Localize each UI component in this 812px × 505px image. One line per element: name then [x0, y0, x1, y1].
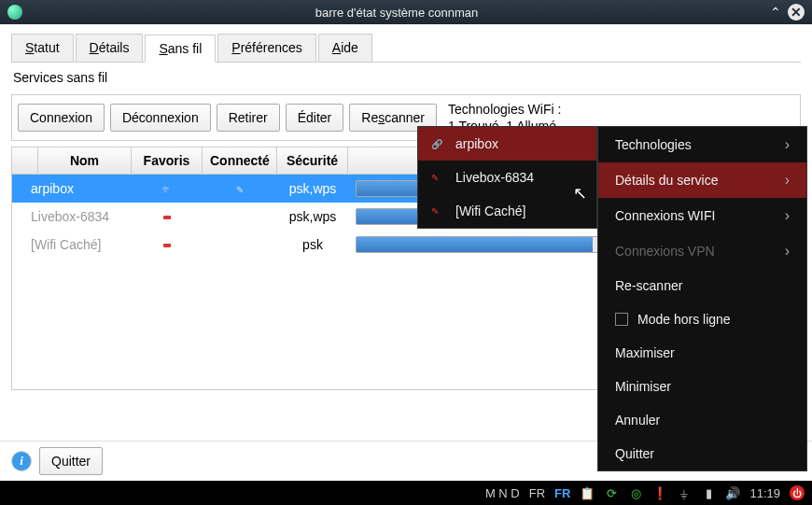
- shade-button[interactable]: ⌃: [767, 4, 784, 21]
- col-sec[interactable]: Sécurité: [277, 147, 348, 174]
- chevron-right-icon: ›: [785, 207, 790, 224]
- wifi-tray-icon[interactable]: ⏚: [677, 485, 692, 500]
- col-name[interactable]: Nom: [38, 147, 132, 174]
- close-button[interactable]: ✕: [788, 4, 805, 21]
- power-icon[interactable]: ⏻: [790, 485, 805, 500]
- mainmenu-item[interactable]: Détails du service›: [598, 162, 806, 198]
- service-submenu: 🔗arpibox✎Livebox-6834✎[Wifi Caché]: [417, 126, 597, 229]
- row-fav: [132, 205, 203, 228]
- mainmenu-item[interactable]: Mode hors ligne: [598, 302, 806, 336]
- sync-icon[interactable]: ⟳: [604, 485, 619, 500]
- window-titlebar: barre d'état système connman ⌃ ✕: [0, 0, 812, 24]
- col-empty[interactable]: [12, 147, 38, 174]
- tray-context-menu: Technologies›Détails du service›Connexio…: [597, 126, 807, 471]
- mainmenu-item[interactable]: Technologies›: [598, 127, 806, 162]
- tab-statut[interactable]: Statut: [11, 34, 74, 62]
- tab-sansfil[interactable]: Sans fil: [145, 35, 216, 63]
- row-sec: psk: [277, 233, 348, 256]
- row-conn: ✎: [203, 177, 277, 200]
- mainmenu-item[interactable]: Re-scanner: [598, 269, 806, 302]
- tech-line1: Technologies WiFi :: [448, 101, 561, 118]
- checkbox-icon: [615, 313, 628, 326]
- chevron-right-icon: ›: [785, 136, 790, 153]
- taskbar: M N D FR FR 📋 ⟳ ◎ ❗ ⏚ ▮ 🔊 11:19 ⏻: [0, 481, 812, 505]
- row-fav: [132, 233, 203, 256]
- mainmenu-label: Maximiser: [615, 345, 675, 360]
- chevron-right-icon: ›: [785, 243, 790, 260]
- clock[interactable]: 11:19: [749, 486, 780, 500]
- mainmenu-item[interactable]: Maximiser: [598, 336, 806, 370]
- tab-preferences[interactable]: Préférences: [217, 34, 316, 62]
- row-name: Livebox-6834: [12, 205, 132, 228]
- link-icon: ✎: [431, 173, 442, 183]
- submenu-label: [Wifi Caché]: [455, 203, 525, 218]
- lang-active[interactable]: FR: [554, 486, 570, 500]
- submenu-item[interactable]: 🔗arpibox: [418, 127, 596, 161]
- chevron-right-icon: ›: [785, 172, 790, 189]
- row-fav: ᯤ: [132, 177, 203, 200]
- remove-button[interactable]: Retirer: [217, 104, 280, 132]
- taskbar-indicators: M N D: [485, 486, 520, 500]
- connect-button[interactable]: Connexion: [18, 104, 105, 132]
- mainmenu-item[interactable]: Connexions WIFI›: [598, 198, 806, 233]
- lang-inactive[interactable]: FR: [529, 486, 545, 500]
- alert-icon[interactable]: ❗: [652, 485, 667, 500]
- tab-bar: Statut Détails Sans fil Préférences Aide: [11, 34, 801, 63]
- mainmenu-label: Connexions VPN: [615, 244, 715, 259]
- mainmenu-label: Connexions WIFI: [615, 208, 715, 223]
- submenu-label: Livebox-6834: [455, 170, 534, 185]
- col-fav[interactable]: Favoris: [132, 147, 203, 174]
- mainmenu-label: Annuler: [615, 413, 660, 428]
- swirl-icon[interactable]: ◎: [628, 485, 643, 500]
- submenu-item[interactable]: ✎Livebox-6834: [418, 161, 596, 194]
- battery-icon[interactable]: ▮: [701, 485, 716, 500]
- app-icon: [7, 5, 22, 20]
- tab-aide[interactable]: Aide: [318, 34, 372, 62]
- link-icon: ✎: [431, 206, 442, 217]
- row-sec: psk,wps: [277, 205, 348, 228]
- mainmenu-item[interactable]: Quitter: [598, 437, 806, 470]
- notes-icon[interactable]: 📋: [580, 485, 595, 500]
- quit-button[interactable]: Quitter: [39, 447, 103, 475]
- volume-icon[interactable]: 🔊: [725, 485, 740, 500]
- submenu-label: arpibox: [455, 136, 498, 151]
- row-name: arpibox: [12, 177, 132, 200]
- mainmenu-label: Re-scanner: [615, 278, 682, 293]
- mainmenu-label: Quitter: [615, 446, 654, 461]
- section-label: Services sans fil: [13, 70, 801, 85]
- mainmenu-label: Minimiser: [615, 379, 671, 394]
- disconnect-button[interactable]: Déconnexion: [110, 104, 211, 132]
- tab-details[interactable]: Détails: [76, 34, 144, 62]
- mainmenu-label: Détails du service: [615, 173, 719, 188]
- mainmenu-label: Technologies: [615, 137, 692, 152]
- window-title: barre d'état système connman: [30, 6, 763, 20]
- row-conn: [203, 241, 277, 248]
- mainmenu-item[interactable]: Minimiser: [598, 370, 806, 403]
- link-icon: 🔗: [431, 139, 442, 149]
- row-conn: [203, 213, 277, 220]
- mainmenu-item[interactable]: Connexions VPN›: [598, 233, 806, 269]
- edit-button[interactable]: Éditer: [286, 104, 344, 132]
- col-conn[interactable]: Connecté: [203, 147, 277, 174]
- submenu-item[interactable]: ✎[Wifi Caché]: [418, 194, 596, 228]
- row-sec: psk,wps: [277, 177, 348, 200]
- mainmenu-label: Mode hors ligne: [637, 312, 731, 327]
- mainmenu-item[interactable]: Annuler: [598, 403, 806, 437]
- info-icon[interactable]: i: [11, 451, 32, 471]
- row-name: [Wifi Caché]: [12, 233, 132, 256]
